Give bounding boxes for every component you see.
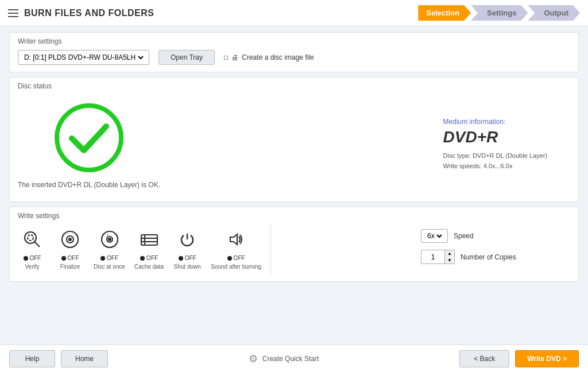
svg-point-9 (109, 238, 111, 241)
write-settings-title: Write settings (18, 212, 570, 220)
disc-icon: 🖨 (231, 53, 238, 61)
sound-option: OFF Sound after burning (211, 229, 261, 270)
svg-point-3 (28, 235, 33, 241)
shut-down-status: OFF (179, 255, 196, 261)
medium-label: Medium information: (443, 118, 547, 126)
copies-input[interactable] (421, 251, 444, 263)
copies-up-button[interactable]: ▲ (445, 250, 454, 257)
svg-text:1: 1 (106, 233, 109, 238)
disc-image-icon: □ (224, 53, 228, 61)
sound-status: OFF (227, 255, 245, 261)
verify-option: OFF Verify (18, 229, 47, 270)
svg-rect-11 (141, 235, 157, 245)
breadcrumb: Selection Settings Output (418, 5, 580, 21)
write-speeds: Write speeds: 4.0x...6.0x (443, 161, 547, 172)
cache-data-status: OFF (140, 255, 158, 261)
shut-down-label: Shut down (174, 264, 201, 270)
write-options: OFF Verify OFF Finalize (18, 224, 271, 274)
breadcrumb-step-settings[interactable]: Settings (471, 5, 528, 21)
drive-dropdown[interactable]: D: [0:1] PLDS DVD+-RW DU-8A5LH (22, 53, 145, 62)
checkmark-circle-svg (52, 100, 126, 175)
sound-icon (226, 229, 246, 253)
write-dvd-button[interactable]: Write DVD > (515, 350, 579, 367)
hamburger-menu[interactable] (8, 9, 18, 17)
back-button[interactable]: < Back (459, 350, 509, 367)
copies-label: Number of Copies (461, 253, 516, 261)
speed-dropdown[interactable]: 6x 4x 8x (425, 231, 444, 241)
quick-start-icon: ⚙ (249, 352, 258, 365)
footer: Help Home ⚙ Create Quick Start < Back Wr… (0, 344, 588, 372)
disc-status-section: Disc status The inserted DVD+R DL (Doubl… (9, 77, 579, 202)
speed-label: Speed (454, 232, 474, 240)
create-image-label: Create a disc image file (242, 53, 314, 61)
home-button[interactable]: Home (61, 350, 108, 367)
svg-line-2 (34, 242, 40, 247)
finalize-icon (60, 229, 80, 253)
writer-settings-title: Writer settings (18, 37, 570, 45)
finalize-status: OFF (61, 255, 79, 261)
cache-data-icon (139, 229, 160, 253)
svg-point-6 (69, 238, 71, 241)
disc-type: Disc type: DVD+R DL (Double Layer) (443, 151, 547, 161)
help-button[interactable]: Help (9, 350, 55, 367)
copies-row: ▲ ▼ Number of Copies (421, 250, 516, 264)
write-settings-content: OFF Verify OFF Finalize (18, 224, 570, 274)
medium-type: DVD+R (443, 128, 547, 146)
disc-at-once-label: Disc at once (94, 264, 125, 270)
writer-row: D: [0:1] PLDS DVD+-RW DU-8A5LH Open Tray… (18, 50, 570, 65)
breadcrumb-step-selection[interactable]: Selection (418, 5, 471, 21)
disc-at-once-status: OFF (100, 255, 118, 261)
copies-down-button[interactable]: ▼ (445, 257, 454, 264)
svg-point-0 (57, 106, 121, 170)
footer-center: ⚙ Create Quick Start (249, 352, 319, 365)
page-title: BURN FILES AND FOLDERS (24, 8, 154, 18)
verify-status: OFF (24, 255, 41, 261)
breadcrumb-step-output[interactable]: Output (528, 5, 580, 21)
disc-at-once-option: 1 OFF Disc at once (94, 229, 125, 270)
verify-icon (22, 229, 42, 253)
finalize-option: OFF Finalize (56, 229, 84, 270)
create-image-row[interactable]: □ 🖨 Create a disc image file (224, 53, 314, 61)
main-content: Writer settings D: [0:1] PLDS DVD+-RW DU… (0, 26, 588, 344)
copies-spinner: ▲ ▼ (444, 250, 454, 264)
disc-status-message: The inserted DVD+R DL (Double Layer) is … (18, 181, 160, 189)
open-tray-button[interactable]: Open Tray (158, 50, 215, 65)
writer-settings-section: Writer settings D: [0:1] PLDS DVD+-RW DU… (9, 32, 579, 72)
write-settings-section: Write settings OFF Verify (9, 207, 579, 282)
svg-marker-15 (230, 234, 237, 245)
medium-details: Disc type: DVD+R DL (Double Layer) Write… (443, 151, 547, 171)
shut-down-option: OFF Shut down (173, 229, 202, 270)
cache-data-label: Cache data (134, 264, 164, 270)
disc-status-title: Disc status (18, 82, 570, 90)
footer-right: < Back Write DVD > (459, 350, 579, 367)
quick-start-label[interactable]: Create Quick Start (262, 355, 319, 363)
header: BURN FILES AND FOLDERS Selection Setting… (0, 0, 588, 26)
disc-status-content: The inserted DVD+R DL (Double Layer) is … (18, 95, 570, 195)
cache-data-option: OFF Cache data (134, 229, 164, 270)
speed-select-wrapper[interactable]: 6x 4x 8x (421, 229, 448, 243)
shut-down-icon (177, 229, 198, 253)
finalize-label: Finalize (60, 264, 80, 270)
write-controls: 6x 4x 8x Speed ▲ ▼ Nu (409, 224, 570, 269)
sound-label: Sound after burning (211, 264, 261, 270)
speed-row: 6x 4x 8x Speed (421, 229, 474, 243)
verify-label: Verify (25, 264, 39, 270)
footer-left: Help Home (9, 350, 108, 367)
disc-at-once-icon: 1 (99, 229, 120, 253)
disc-checkmark-area: The inserted DVD+R DL (Double Layer) is … (18, 100, 160, 189)
drive-select-wrapper[interactable]: D: [0:1] PLDS DVD+-RW DU-8A5LH (18, 50, 149, 65)
header-left: BURN FILES AND FOLDERS (8, 8, 154, 18)
copies-input-wrap: ▲ ▼ (421, 250, 455, 264)
medium-info: Medium information: DVD+R Disc type: DVD… (443, 118, 570, 171)
